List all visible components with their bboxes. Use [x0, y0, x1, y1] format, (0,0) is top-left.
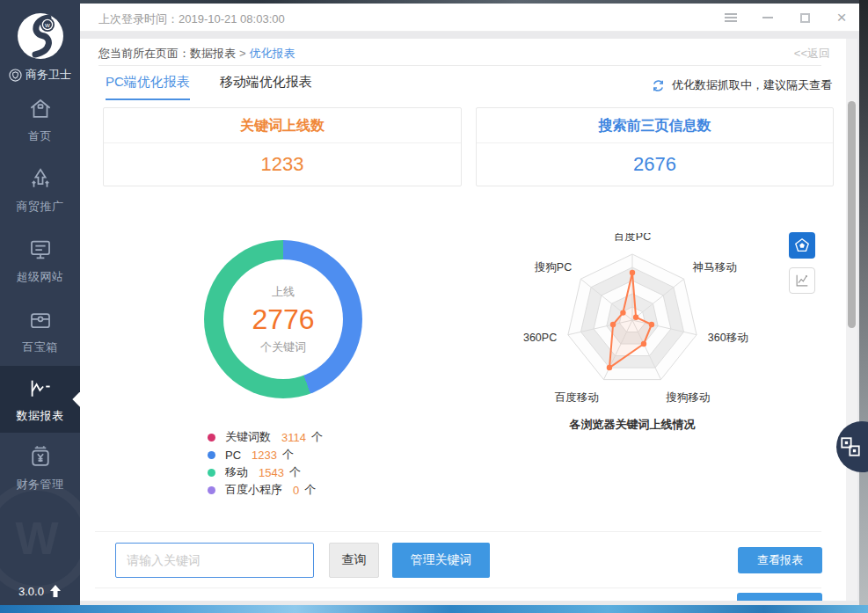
version-number: 3.0.0 — [18, 585, 44, 598]
radar-axis-label: 百度移动 — [555, 391, 599, 404]
sidebar-watermark: W — [0, 482, 80, 595]
qr-code-icon — [839, 435, 862, 458]
promotion-icon — [27, 166, 54, 193]
legend-label: PC — [225, 449, 241, 462]
card-title: 关键词上线数 — [104, 108, 461, 143]
card-title: 搜索前三页信息数 — [477, 108, 833, 143]
last-login-text: 上次登录时间：2019-10-21 08:03:00 — [98, 11, 285, 27]
card-value: 2676 — [477, 143, 833, 186]
radar-axis-label: 搜狗PC — [535, 261, 572, 274]
toolbox-icon — [27, 307, 54, 333]
active-item-notch — [72, 391, 80, 407]
view-report-button[interactable]: 查看报表 — [738, 547, 822, 573]
website-icon — [27, 237, 54, 263]
desktop-background-right — [859, 0, 868, 605]
top3-pages-card: 搜索前三页信息数 2676 — [476, 107, 834, 186]
main-area: 您当前所在页面：数据报表>优化报表 <<返回 PC端优化报表 移动端优化报表 优… — [80, 32, 859, 605]
scrollbar — [846, 39, 857, 601]
minimize-icon[interactable] — [761, 11, 775, 25]
radar-axis-label: 搜狗移动 — [666, 391, 710, 404]
line-chart-icon — [794, 273, 810, 288]
close-icon[interactable]: × — [835, 11, 849, 25]
donut-center-top: 上线 — [272, 284, 295, 300]
sidebar-item-home[interactable]: 首页 — [0, 84, 80, 155]
breadcrumb-section[interactable]: 数据报表 — [190, 47, 236, 60]
keyword-online-card: 关键词上线数 1233 — [103, 107, 462, 186]
refresh-notice-text: 优化数据抓取中，建议隔天查看 — [672, 77, 832, 93]
radar-chart: 百度PC神马移动360移动搜狗移动百度移动360PC搜狗PC — [514, 233, 761, 413]
scrollbar-thumb[interactable] — [848, 101, 856, 328]
donut-legend: 关键词数 3114 个 PC 1233 个 移动 1543 个 — [208, 428, 323, 499]
sidebar-item-reports[interactable]: 数据报表 — [0, 366, 80, 433]
legend-unit: 个 — [282, 447, 294, 463]
shield-badge-icon — [9, 69, 22, 82]
brand-row: 商务卫士 — [0, 67, 80, 83]
breadcrumb-current[interactable]: 优化报表 — [250, 47, 295, 60]
sidebar-item-label: 百宝箱 — [22, 339, 58, 355]
manage-keywords-button[interactable]: 管理关键词 — [392, 543, 490, 578]
back-link[interactable]: <<返回 — [794, 46, 830, 62]
legend-dot — [208, 486, 215, 494]
tab-bar: PC端优化报表 移动端优化报表 — [106, 74, 312, 100]
form-divider-bottom — [95, 587, 821, 588]
donut-center-value: 2776 — [252, 303, 314, 336]
legend-value: 0 — [293, 484, 299, 497]
finance-icon — [27, 444, 54, 471]
legend-value: 3114 — [281, 431, 306, 444]
desktop-wallpaper-strip — [0, 605, 868, 613]
donut-center: 上线 2776 个关键词 — [223, 259, 343, 379]
donut-ring: 上线 2776 个关键词 — [204, 240, 362, 398]
sidebar-item-website[interactable]: 超级网站 — [0, 225, 80, 296]
refresh-icon[interactable] — [651, 78, 666, 93]
maximize-icon[interactable] — [798, 11, 812, 25]
tab-pc-report[interactable]: PC端优化报表 — [106, 74, 190, 100]
radar-axis-label: 360PC — [523, 332, 557, 344]
legend-item-baidu-miniapp[interactable]: 百度小程序 0 个 — [208, 481, 323, 499]
radar-caption: 各浏览器关键词上线情况 — [500, 417, 764, 433]
menu-icon[interactable] — [724, 11, 738, 25]
home-icon — [27, 96, 54, 122]
sidebar-item-promotion[interactable]: 商贸推广 — [0, 155, 80, 225]
sidebar-item-label: 超级网站 — [17, 269, 64, 285]
legend-unit: 个 — [311, 429, 323, 445]
radar-axis-label: 百度PC — [614, 233, 651, 243]
form-divider-top — [95, 531, 821, 532]
legend-item-pc[interactable]: PC 1233 个 — [208, 446, 323, 463]
breadcrumb-divider — [98, 65, 821, 66]
keyword-input[interactable] — [115, 543, 314, 578]
breadcrumb-prefix: 您当前所在页面： — [98, 47, 190, 60]
donut-center-bottom: 个关键词 — [260, 339, 306, 355]
sidebar-item-label: 商贸推广 — [17, 199, 64, 215]
legend-dot — [208, 469, 215, 477]
svg-text:w: w — [44, 21, 50, 29]
tab-mobile-report[interactable]: 移动端优化报表 — [220, 74, 312, 100]
sidebar-nav: 首页 商贸推广 超级网站 百宝箱 — [0, 84, 80, 503]
legend-value: 1233 — [252, 449, 277, 462]
sidebar-item-label: 首页 — [28, 128, 52, 144]
radar-axis-label: 360移动 — [708, 332, 748, 344]
refresh-notice: 优化数据抓取中，建议隔天查看 — [651, 77, 832, 93]
line-view-button[interactable] — [789, 267, 815, 294]
legend-dot — [208, 451, 215, 459]
version-row: 3.0.0 — [0, 584, 80, 598]
radar-view-button[interactable] — [789, 232, 815, 259]
update-arrow-icon[interactable] — [49, 584, 62, 598]
yinyang-logo-icon: w — [17, 12, 64, 60]
sidebar-item-toolbox[interactable]: 百宝箱 — [0, 296, 80, 366]
brand-name: 商务卫士 — [26, 67, 71, 83]
card-value: 1233 — [104, 143, 461, 186]
legend-label: 关键词数 — [225, 429, 271, 445]
radar-axis-label: 神马移动 — [692, 261, 737, 274]
app-window: w 商务卫士 首页 商贸推广 — [0, 0, 868, 613]
legend-item-keywords[interactable]: 关键词数 3114 个 — [208, 428, 323, 446]
partial-bottom-button[interactable] — [737, 593, 822, 601]
query-button[interactable]: 查询 — [329, 543, 379, 578]
titlebar: 上次登录时间：2019-10-21 08:03:00 × — [80, 4, 859, 32]
window-controls: × — [724, 4, 849, 32]
legend-dot — [208, 434, 215, 442]
sidebar-item-label: 数据报表 — [17, 408, 64, 424]
legend-item-mobile[interactable]: 移动 1543 个 — [208, 463, 323, 481]
report-icon — [27, 376, 54, 402]
brand-logo: w — [17, 12, 64, 60]
watermark-letter: W — [15, 512, 58, 565]
